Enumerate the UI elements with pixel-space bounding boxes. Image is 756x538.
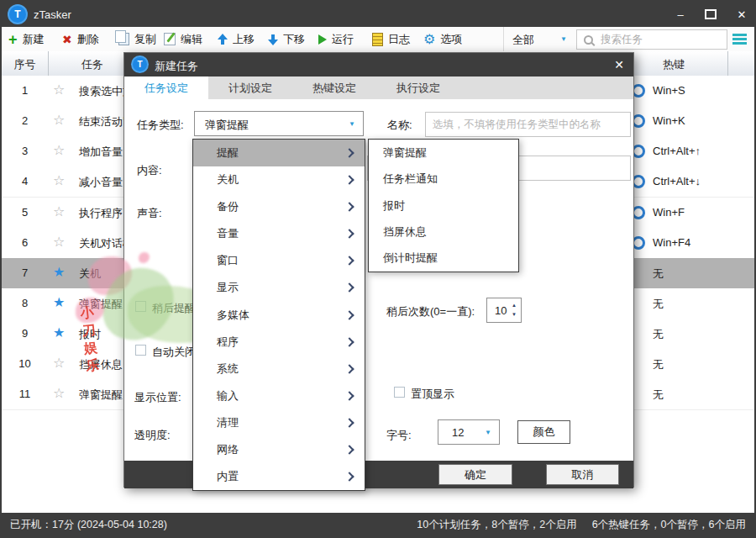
menu-item-label: 音量 [217, 226, 239, 241]
chevron-right-icon [344, 418, 354, 427]
star-icon[interactable]: ☆ [53, 386, 65, 401]
edit-icon [164, 33, 176, 45]
menu-item-program[interactable]: 程序 [193, 329, 365, 356]
cancel-button[interactable]: 取消 [546, 464, 619, 485]
status-bar: 已开机：17分 (2024-05-04 10:28) 10个计划任务，8个暂停，… [2, 513, 754, 536]
chevron-right-icon [344, 364, 354, 373]
chevron-down-icon: ▼ [560, 35, 567, 43]
menu-item-backup[interactable]: 备份 [193, 193, 365, 220]
star-icon[interactable]: ★ [53, 325, 65, 340]
app-window: T zTasker – ✕ +新建 ✖删除 复制 编辑 上移 下移 运行 日志 … [0, 0, 756, 538]
chevron-right-icon [344, 310, 354, 319]
toolbar: +新建 ✖删除 复制 编辑 上移 下移 运行 日志 ⚙选项 全部 ▼ [2, 27, 754, 52]
tab-task-settings[interactable]: 任务设定 [124, 76, 208, 99]
search-input[interactable] [599, 33, 727, 46]
menu-item-builtin[interactable]: 内置 [193, 463, 365, 490]
task-type-select[interactable]: 弹窗提醒 ▼ [194, 111, 364, 136]
menu-item-shutdown[interactable]: 关机 [193, 166, 365, 193]
menu-item-label: 窗口 [217, 253, 239, 268]
view-list-icon[interactable] [732, 34, 747, 45]
star-icon[interactable]: ☆ [53, 143, 65, 158]
menu-item-cleanup[interactable]: 清理 [193, 409, 365, 436]
color-button[interactable]: 颜色 [517, 420, 570, 444]
star-icon[interactable]: ☆ [53, 204, 65, 219]
move-up-button[interactable]: 上移 [218, 27, 255, 51]
submenu-item-popup-reminder[interactable]: 弹窗提醒 [369, 140, 518, 166]
app-logo-icon: T [9, 6, 26, 23]
auto-close-checkbox[interactable] [135, 345, 146, 356]
ok-button[interactable]: 确定 [438, 464, 512, 485]
menu-item-label: 多媒体 [217, 308, 249, 323]
star-icon[interactable]: ☆ [53, 235, 65, 250]
new-task-label: 新建 [23, 32, 45, 47]
dialog-title: 新建任务 [155, 59, 198, 74]
run-task-button[interactable]: 运行 [318, 27, 354, 51]
menu-item-input[interactable]: 输入 [193, 382, 365, 409]
log-icon [372, 33, 383, 46]
sound-label: 声音: [137, 206, 162, 221]
menu-item-system[interactable]: 系统 [193, 356, 365, 382]
title-bar: T zTasker – ✕ [2, 2, 754, 27]
move-down-label: 下移 [283, 32, 305, 47]
arrow-up-icon [218, 34, 228, 45]
menu-item-network[interactable]: 网络 [193, 436, 365, 463]
stepper-arrows-icon[interactable]: ▲▼ [512, 301, 517, 319]
name-input[interactable] [425, 112, 631, 137]
chevron-down-icon: ▼ [485, 429, 491, 436]
window-title: zTasker [34, 8, 71, 21]
remind-later-checkbox[interactable] [135, 301, 146, 312]
star-icon[interactable]: ☆ [53, 356, 65, 371]
star-icon[interactable]: ★ [53, 265, 65, 280]
close-button[interactable]: ✕ [726, 2, 756, 27]
hotkey-value: 无 [653, 266, 664, 282]
star-icon[interactable]: ☆ [53, 113, 65, 128]
run-label: 运行 [332, 32, 354, 47]
minimize-button[interactable]: – [665, 2, 696, 27]
menu-item-multimedia[interactable]: 多媒体 [193, 301, 365, 328]
row-index: 2 [2, 114, 48, 127]
column-header-hotkey[interactable]: 热键 [627, 57, 720, 72]
chevron-down-icon: ▼ [349, 120, 355, 128]
menu-item-display[interactable]: 显示 [193, 274, 365, 301]
column-header-task[interactable]: 任务 [74, 57, 111, 72]
maximize-button[interactable] [696, 2, 726, 27]
tab-hotkey-settings[interactable]: 热键设定 [292, 76, 376, 99]
copy-task-button[interactable]: 复制 [115, 27, 156, 51]
options-button[interactable]: ⚙选项 [423, 27, 462, 51]
chevron-right-icon [344, 445, 354, 454]
later-count-label: 稍后次数(0=一直): [386, 304, 475, 319]
log-button[interactable]: 日志 [372, 27, 410, 51]
submenu-item-screen-break[interactable]: 挡屏休息 [369, 219, 518, 245]
menu-item-window[interactable]: 窗口 [193, 247, 365, 274]
edit-task-button[interactable]: 编辑 [164, 27, 202, 51]
column-header-index[interactable]: 序号 [2, 57, 48, 72]
delete-task-button[interactable]: ✖删除 [62, 27, 99, 51]
submenu-item-taskbar-notice[interactable]: 任务栏通知 [369, 166, 518, 192]
submenu-item-time-announce[interactable]: 报时 [369, 193, 518, 219]
dialog-close-button[interactable]: ✕ [605, 53, 633, 76]
new-task-button[interactable]: +新建 [8, 27, 45, 51]
star-icon[interactable]: ★ [53, 295, 65, 310]
menu-item-remind[interactable]: 提醒 [193, 140, 365, 166]
submenu-item-countdown[interactable]: 倒计时提醒 [369, 245, 518, 272]
search-box[interactable] [576, 29, 727, 50]
later-count-value: 10 [495, 304, 507, 317]
gear-icon: ⚙ [423, 33, 435, 46]
hotkey-value: 无 [653, 327, 664, 342]
copy-icon [118, 33, 129, 45]
tab-execute-settings[interactable]: 执行设定 [376, 76, 460, 99]
star-icon[interactable]: ☆ [53, 82, 65, 98]
tab-schedule-settings[interactable]: 计划设定 [208, 76, 292, 99]
content-label: 内容: [137, 163, 162, 178]
remind-submenu: 弹窗提醒 任务栏通知 报时 挡屏休息 倒计时提醒 [368, 139, 519, 272]
chevron-right-icon [344, 256, 354, 266]
filter-dropdown[interactable]: 全部 ▼ [503, 27, 576, 51]
font-size-select[interactable]: 12 ▼ [438, 419, 500, 445]
topmost-checkbox[interactable] [394, 387, 405, 398]
menu-item-volume[interactable]: 音量 [193, 220, 365, 247]
move-down-button[interactable]: 下移 [268, 27, 305, 51]
menu-item-label: 系统 [217, 361, 239, 377]
star-icon[interactable]: ☆ [53, 173, 65, 188]
later-count-stepper[interactable]: 10 ▲▼ [486, 298, 522, 323]
delete-label: 删除 [77, 32, 99, 47]
